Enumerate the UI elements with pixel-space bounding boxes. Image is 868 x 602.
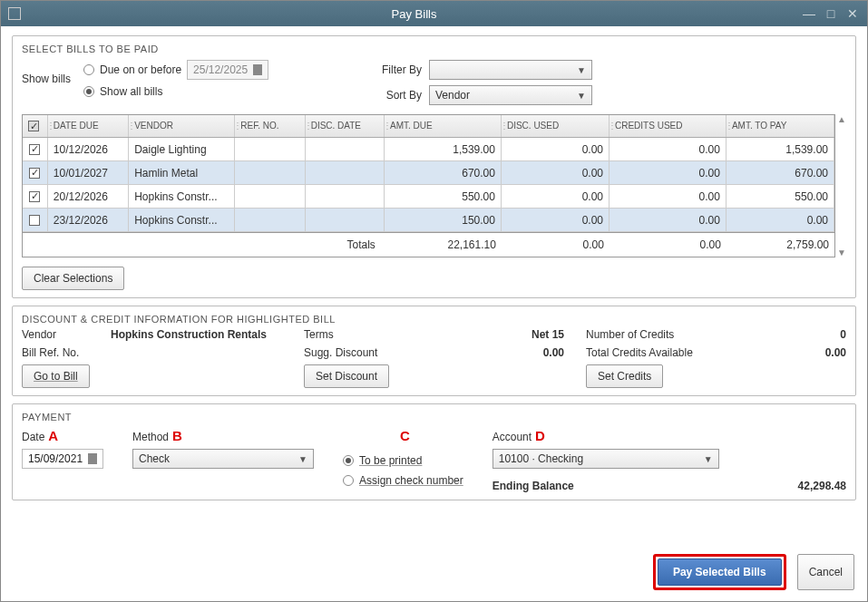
- pay-selected-highlight: Pay Selected Bills: [653, 554, 786, 590]
- sort-by-select[interactable]: Vendor ▼: [429, 85, 592, 105]
- col-date-due[interactable]: DATE DUE: [48, 115, 129, 137]
- cell-amt: 1,539.00: [385, 138, 502, 160]
- sort-by-label: Sort By: [372, 89, 422, 102]
- table-row[interactable]: 10/12/2026 Daigle Lighting 1,539.00 0.00…: [23, 138, 834, 161]
- cell-credits: 0.00: [610, 185, 727, 208]
- cell-disc-used: 0.00: [502, 209, 610, 231]
- calendar-icon: [88, 453, 97, 464]
- col-credits-used[interactable]: CREDITS USED: [610, 115, 727, 137]
- sugg-value: 0.00: [543, 346, 564, 359]
- radio-show-all[interactable]: [83, 86, 94, 97]
- cell-ref: [235, 138, 305, 160]
- show-all-label: Show all bills: [100, 85, 162, 98]
- app-icon: [8, 7, 21, 20]
- scroll-up-icon[interactable]: ▲: [837, 114, 846, 124]
- cell-pay: 670.00: [727, 161, 834, 184]
- num-credits-value: 0: [840, 328, 846, 341]
- radio-assign-check[interactable]: [343, 475, 354, 486]
- cell-amt: 550.00: [385, 185, 502, 208]
- cell-disc-used: 0.00: [502, 185, 610, 208]
- totals-pay: 2,759.00: [727, 238, 834, 251]
- totals-amt: 22,161.10: [385, 238, 502, 251]
- col-vendor[interactable]: VENDOR: [129, 115, 235, 137]
- header-checkbox[interactable]: [28, 121, 39, 131]
- set-discount-button[interactable]: Set Discount: [304, 364, 389, 388]
- table-row[interactable]: 10/01/2027 Hamlin Metal 670.00 0.00 0.00…: [23, 161, 834, 185]
- payment-title: PAYMENT: [22, 412, 846, 422]
- cell-credits: 0.00: [610, 138, 727, 160]
- cell-disc-date: [306, 209, 385, 231]
- cell-ref: [235, 161, 305, 184]
- cell-pay: 550.00: [727, 185, 834, 208]
- set-credits-button[interactable]: Set Credits: [586, 364, 663, 388]
- radio-due-on-before[interactable]: [83, 64, 94, 75]
- col-disc-date[interactable]: DISC. DATE: [306, 115, 385, 137]
- vendor-value: Hopkins Construction Rentals: [111, 328, 267, 341]
- table-body: 10/12/2026 Daigle Lighting 1,539.00 0.00…: [23, 138, 834, 232]
- scroll-down-icon[interactable]: ▼: [837, 248, 846, 257]
- window-title: Pay Bills: [26, 7, 802, 21]
- cancel-button[interactable]: Cancel: [797, 554, 854, 590]
- cell-ref: [235, 185, 305, 208]
- radio-to-be-printed[interactable]: [343, 455, 354, 466]
- col-disc-used[interactable]: DISC. USED: [502, 115, 610, 137]
- bills-table: DATE DUE VENDOR REF. NO. DISC. DATE AMT.…: [22, 114, 835, 257]
- chevron-down-icon: ▼: [298, 454, 307, 464]
- payment-date-value: 15/09/2021: [28, 452, 83, 465]
- row-checkbox[interactable]: [29, 144, 40, 155]
- row-checkbox[interactable]: [29, 168, 40, 179]
- cell-date: 10/12/2026: [48, 138, 129, 160]
- bill-ref-label: Bill Ref. No.: [22, 346, 103, 359]
- minimize-icon[interactable]: —: [802, 7, 816, 20]
- cell-credits: 0.00: [610, 209, 727, 231]
- titlebar: Pay Bills — □ ✕: [1, 1, 867, 26]
- close-icon[interactable]: ✕: [845, 7, 860, 20]
- terms-label: Terms: [304, 328, 385, 341]
- payment-account-select[interactable]: 10100 · Checking ▼: [493, 449, 719, 469]
- payment-method-select[interactable]: Check ▼: [132, 449, 314, 469]
- chevron-down-icon: ▼: [704, 454, 713, 464]
- row-checkbox[interactable]: [29, 215, 40, 226]
- maximize-icon[interactable]: □: [824, 7, 838, 20]
- col-ref-no[interactable]: REF. NO.: [235, 115, 305, 137]
- ending-balance-label: Ending Balance: [493, 480, 574, 492]
- pay-method-label: Method: [132, 431, 169, 443]
- sugg-label: Sugg. Discount: [304, 346, 404, 359]
- col-amt-due[interactable]: AMT. DUE: [385, 115, 502, 137]
- table-row[interactable]: 20/12/2026 Hopkins Constr... 550.00 0.00…: [23, 185, 834, 209]
- go-to-bill-button[interactable]: Go to Bill: [22, 364, 90, 388]
- pay-account-label: Account: [493, 431, 532, 443]
- scrollbar[interactable]: ▲▼: [837, 114, 846, 257]
- clear-selections-button[interactable]: Clear Selections: [22, 267, 124, 290]
- cell-amt: 670.00: [385, 161, 502, 184]
- payment-account-value: 10100 · Checking: [499, 452, 583, 465]
- totals-credits: 0.00: [610, 238, 727, 251]
- pay-bills-window: Pay Bills — □ ✕ SELECT BILLS TO BE PAID …: [0, 0, 868, 602]
- to-be-printed-label: To be printed: [359, 454, 422, 467]
- col-amt-to-pay[interactable]: AMT. TO PAY: [727, 115, 834, 137]
- total-credits-label: Total Credits Available: [586, 346, 722, 359]
- cell-vendor: Hopkins Constr...: [129, 185, 235, 208]
- payment-date-input[interactable]: 15/09/2021: [22, 449, 103, 469]
- pay-selected-bills-button[interactable]: Pay Selected Bills: [658, 558, 782, 586]
- chevron-down-icon: ▼: [577, 91, 586, 101]
- annotation-d: D: [535, 428, 545, 443]
- cell-disc-date: [306, 185, 385, 208]
- disc-info-title: DISCOUNT & CREDIT INFORMATION FOR HIGHLI…: [22, 314, 846, 325]
- cell-ref: [235, 209, 305, 231]
- due-date-input[interactable]: 25/12/2025: [187, 60, 268, 80]
- calendar-icon: [253, 64, 262, 75]
- cell-disc-used: 0.00: [502, 161, 610, 184]
- terms-value: Net 15: [532, 328, 564, 341]
- cell-vendor: Hamlin Metal: [129, 161, 235, 184]
- cell-date: 23/12/2026: [48, 209, 129, 231]
- cell-date: 10/01/2027: [48, 161, 129, 184]
- table-row[interactable]: 23/12/2026 Hopkins Constr... 150.00 0.00…: [23, 209, 834, 232]
- row-checkbox[interactable]: [29, 191, 40, 202]
- show-bills-label: Show bills: [22, 60, 71, 85]
- filter-by-select[interactable]: ▼: [429, 60, 592, 80]
- cell-credits: 0.00: [610, 161, 727, 184]
- due-on-before-label: Due on or before: [100, 63, 181, 76]
- annotation-c: C: [400, 428, 410, 443]
- select-bills-section: SELECT BILLS TO BE PAID Show bills Due o…: [12, 35, 856, 298]
